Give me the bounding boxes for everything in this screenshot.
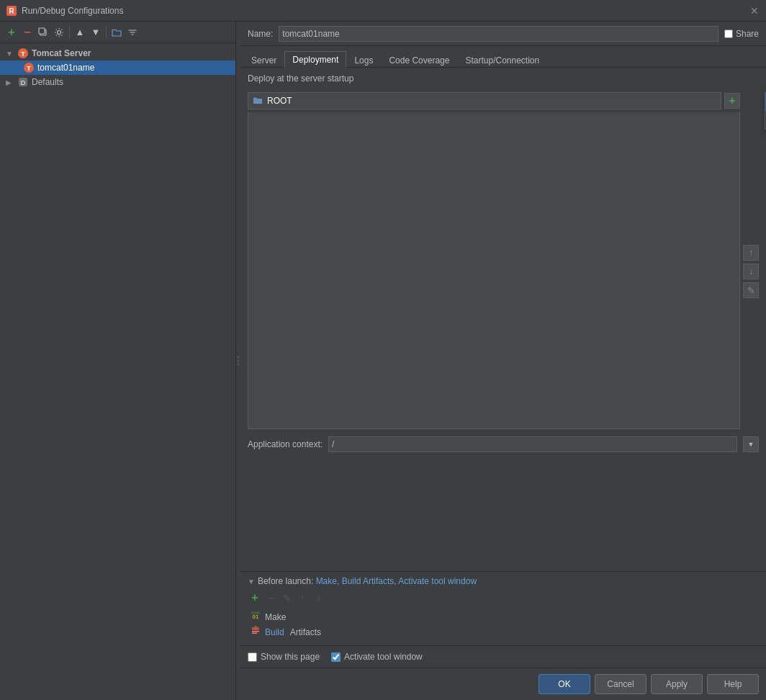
move-down-button[interactable]: ▼ [89, 25, 103, 40]
root-item-label: ROOT [267, 96, 292, 106]
left-panel: + − ▲ ▼ [0, 22, 236, 700]
tabs-bar: Server Deployment Logs Code Coverage Sta… [240, 46, 766, 68]
close-button[interactable]: ✕ [749, 5, 760, 17]
title-bar: R Run/Debug Configurations ✕ [0, 0, 766, 22]
defaults-icon: D [17, 76, 29, 88]
svg-point-28 [255, 626, 256, 627]
bl-remove-button[interactable]: − [263, 591, 278, 605]
tomcat-server-label: Tomcat Server [32, 48, 91, 58]
tab-logs[interactable]: Logs [346, 52, 381, 68]
tab-code-coverage[interactable]: Code Coverage [381, 52, 457, 68]
tab-startup-connection[interactable]: Startup/Connection [457, 52, 547, 68]
move-up-button[interactable]: ▲ [73, 25, 87, 40]
help-button[interactable]: Help [707, 674, 759, 694]
app-context-input[interactable] [328, 436, 737, 452]
before-launch-header[interactable]: ▼ Before launch: Make, Build Artifacts, … [248, 576, 759, 586]
deploy-edit-button[interactable]: ✎ [743, 282, 759, 298]
artifacts-label: Artifacts [290, 627, 321, 637]
app-context-dropdown-button[interactable]: ▼ [743, 436, 759, 452]
bl-add-button[interactable]: + [248, 591, 262, 605]
app-context-label: Application context: [248, 439, 323, 449]
svg-text:T: T [21, 50, 25, 58]
toolbar-separator [69, 27, 70, 38]
ok-button[interactable]: OK [539, 674, 590, 694]
settings-button[interactable] [52, 25, 66, 40]
toolbar-separator-2 [106, 27, 107, 38]
apply-button[interactable]: Apply [651, 674, 703, 694]
deployment-content: Deploy at the server startup [240, 68, 766, 668]
bl-build-artifacts-item: Build Artifacts [248, 624, 759, 640]
resize-dots [238, 356, 239, 365]
name-input[interactable] [279, 26, 718, 42]
deploy-list: ROOT [248, 92, 721, 109]
deploy-list-empty-area [248, 112, 740, 429]
svg-point-4 [58, 30, 61, 34]
app-context-row: Application context: ▼ [248, 436, 759, 452]
svg-text:R: R [9, 7, 14, 15]
before-launch-title: Before launch: Make, Build Artifacts, Ac… [258, 576, 477, 586]
name-label: Name: [248, 29, 273, 39]
deploy-section: Deploy at the server startup [240, 68, 766, 92]
before-launch-highlight: Make, Build Artifacts, Activate tool win… [316, 576, 477, 586]
svg-text:01: 01 [253, 614, 259, 620]
make-label: Make [265, 612, 286, 622]
add-deploy-button[interactable]: + [724, 93, 740, 109]
share-checkbox[interactable] [724, 30, 733, 38]
build-label: Build [265, 627, 284, 637]
right-panel: Name: Share Server Deployment Logs Code … [240, 22, 766, 700]
tab-server[interactable]: Server [243, 52, 284, 68]
activate-tool-window-label: Activate tool window [344, 652, 423, 662]
bl-edit-button[interactable]: ✎ [279, 591, 294, 605]
before-launch-section: ▼ Before launch: Make, Build Artifacts, … [240, 571, 766, 645]
svg-rect-25 [252, 631, 259, 632]
share-checkbox-row: Share [724, 29, 759, 39]
svg-rect-3 [39, 28, 45, 34]
sort-button[interactable] [125, 25, 140, 40]
show-page-checkbox[interactable] [248, 652, 257, 662]
deploy-label: Deploy at the server startup [248, 73, 759, 84]
add-config-button[interactable]: + [4, 25, 19, 40]
deploy-move-up-button[interactable]: ↑ [743, 245, 759, 261]
tomcat-server-icon: T [17, 48, 29, 59]
svg-text:D: D [21, 79, 26, 86]
tree-tomcat01name[interactable]: T tomcat01name [0, 60, 235, 75]
before-launch-arrow: ▼ [248, 578, 255, 585]
bl-down-button[interactable]: ↓ [311, 591, 325, 605]
root-item-icon [253, 96, 263, 107]
make-icon: 01 [251, 611, 261, 623]
svg-rect-26 [252, 633, 257, 634]
svg-text:T: T [27, 65, 31, 72]
tomcat-instance-icon: T [23, 62, 35, 73]
activate-tool-window-option: Activate tool window [331, 652, 423, 662]
bottom-buttons: OK Cancel Apply Help [240, 668, 766, 700]
bl-make-item: 01 Make [248, 609, 759, 624]
show-page-option: Show this page [248, 652, 320, 662]
deploy-move-down-button[interactable]: ↓ [743, 264, 759, 279]
share-label: Share [736, 29, 759, 39]
build-artifacts-icon [251, 626, 261, 638]
before-launch-list: 01 Make [248, 608, 759, 641]
app-icon: R [6, 5, 17, 17]
before-launch-toolbar: + − ✎ ↑ ↓ [248, 591, 759, 605]
options-row: Show this page Activate tool window [240, 645, 766, 668]
copy-config-button[interactable] [36, 25, 50, 40]
config-tree: ▼ T Tomcat Server T tomcat01name [0, 43, 235, 700]
cancel-button[interactable]: Cancel [595, 674, 646, 694]
folder-button[interactable] [109, 25, 124, 40]
name-row: Name: Share [240, 22, 766, 46]
bl-up-button[interactable]: ↑ [295, 591, 310, 605]
window-title: Run/Debug Configurations [22, 6, 744, 16]
show-page-label: Show this page [261, 652, 320, 662]
remove-config-button[interactable]: − [20, 25, 35, 40]
tomcat01name-label: tomcat01name [37, 63, 94, 73]
tree-arrow-defaults: ▶ [6, 78, 14, 86]
main-layout: + − ▲ ▼ [0, 22, 766, 700]
activate-tool-window-checkbox[interactable] [331, 652, 341, 662]
tree-arrow-tomcat: ▼ [6, 50, 14, 58]
defaults-label: Defaults [32, 77, 63, 87]
tree-defaults[interactable]: ▶ D Defaults [0, 75, 235, 89]
tab-deployment[interactable]: Deployment [284, 51, 346, 68]
left-toolbar: + − ▲ ▼ [0, 22, 235, 43]
svg-rect-22 [251, 611, 260, 614]
tree-tomcat-server-group[interactable]: ▼ T Tomcat Server [0, 46, 235, 60]
